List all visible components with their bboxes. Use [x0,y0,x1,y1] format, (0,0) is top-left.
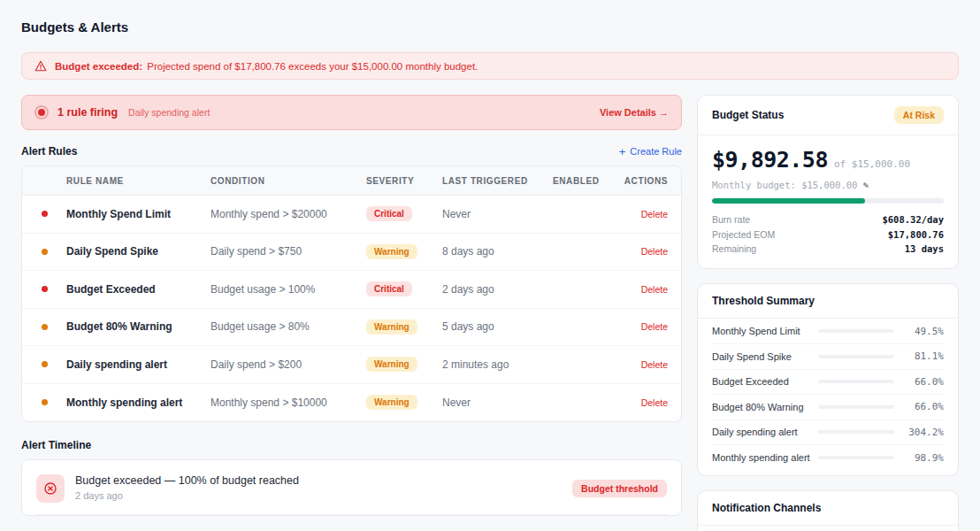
threshold-bar-track [818,355,894,358]
threshold-value: 66.0% [903,376,944,388]
rule-name: Budget 80% Warning [66,320,211,333]
delete-button[interactable]: Delete [641,321,668,332]
last-triggered: 5 days ago [442,320,553,333]
delete-button[interactable]: Delete [641,284,668,295]
threshold-row: Monthly spending alert 98.9% [712,445,944,471]
delete-button[interactable]: Delete [641,359,668,370]
notification-channels-card: Notification Channels [697,490,959,531]
rules-table-header: RULE NAME CONDITION SEVERITY LAST TRIGGE… [22,166,681,196]
warning-triangle-icon [34,60,47,72]
at-risk-badge: At Risk [894,106,944,124]
main-column: 1 rule firing Daily spending alert View … [21,95,682,516]
column-header-condition: CONDITION [211,176,366,186]
table-row: Daily spending alert Daily spend > $200 … [22,346,681,384]
severity-badge: Warning [366,395,417,410]
severity-dot [42,249,48,255]
column-header-actions: ACTIONS [621,176,681,186]
threshold-label: Daily spending alert [712,427,818,437]
threshold-bar-track [818,329,894,333]
stat-label: Remaining [712,242,756,257]
severity-badge: Warning [366,319,417,335]
rule-condition: Budget usage > 100% [211,283,366,296]
budget-exceeded-banner: Budget exceeded: Projected spend of $17,… [21,52,959,80]
table-row: Monthly spending alert Monthly spend > $… [22,384,681,422]
stat-value: $608.32/day [882,212,944,227]
budget-progress-track [712,198,944,204]
threshold-row: Monthly Spend Limit 49.5% [712,319,944,345]
banner-title: Budget exceeded: [55,61,142,72]
threshold-value: 98.9% [903,452,944,464]
threshold-bar-track [818,456,894,459]
budget-stats: Burn rate $608.32/day Projected EOM $17,… [712,212,944,257]
table-row: Daily Spend Spike Daily spend > $750 War… [22,234,681,272]
threshold-label: Budget Exceeded [712,376,818,387]
threshold-bar-track [818,405,894,409]
alert-rules-heading: Alert Rules [21,145,77,158]
rule-condition: Budget usage > 80% [211,320,366,333]
delete-button[interactable]: Delete [641,209,668,219]
budget-total: of $15,000.00 [834,158,910,170]
alert-timeline-card: Budget exceeded — 100% of budget reached… [21,459,682,516]
severity-dot [42,286,48,292]
severity-badge: Warning [366,244,417,259]
stat-value: 13 days [905,242,944,257]
severity-badge: Warning [366,357,417,372]
edit-budget-icon[interactable]: ✎ [862,181,869,190]
stat-value: $17,800.76 [888,227,944,242]
threshold-bar-track [818,430,894,434]
threshold-label: Monthly spending alert [712,452,818,463]
rule-name: Monthly spending alert [66,396,211,409]
stat-label: Burn rate [712,212,750,227]
rule-name: Budget Exceeded [66,283,211,296]
threshold-row: Budget 80% Warning 66.0% [712,395,944,420]
threshold-row: Daily spending alert 304.2% [712,420,944,446]
column-header-enabled: ENABLED [553,176,621,186]
column-header-severity: SEVERITY [366,176,442,186]
threshold-value: 81.1% [903,350,944,362]
timeline-item: Budget exceeded — 100% of budget reached… [36,460,667,515]
table-row: Budget 80% Warning Budget usage > 80% Wa… [22,309,681,347]
delete-button[interactable]: Delete [641,397,668,408]
last-triggered: 2 minutes ago [442,358,553,371]
rule-condition: Daily spend > $200 [211,358,366,371]
budget-stat-row: Projected EOM $17,800.76 [712,227,944,242]
timeline-title: Budget exceeded — 100% of budget reached [75,474,299,487]
threshold-value: 66.0% [903,401,944,412]
threshold-value: 304.2% [903,427,944,438]
delete-button[interactable]: Delete [641,246,668,257]
alert-rules-table: RULE NAME CONDITION SEVERITY LAST TRIGGE… [21,165,682,422]
threshold-label: Budget 80% Warning [712,402,818,412]
threshold-label: Monthly Spend Limit [712,326,818,336]
monthly-budget-label: Monthly budget: $15,000.00 [712,180,857,190]
timeline-badge: Budget threshold [572,480,667,497]
threshold-bar-track [818,380,894,383]
firing-pulse-icon [34,105,49,119]
rule-name: Monthly Spend Limit [66,208,211,220]
budget-stat-row: Remaining 13 days [712,242,944,257]
stat-label: Projected EOM [712,227,775,242]
last-triggered: 8 days ago [442,245,553,258]
page-title: Budgets & Alerts [21,19,959,35]
rules-table-body: Monthly Spend Limit Monthly spend > $200… [22,196,681,421]
view-details-link[interactable]: View Details → [600,107,669,118]
rule-name: Daily spending alert [66,358,211,371]
severity-badge: Critical [366,206,412,221]
create-rule-button[interactable]: + Create Rule [619,146,682,158]
rule-condition: Monthly spend > $20000 [211,208,366,220]
severity-dot [42,399,48,405]
alert-timeline-heading: Alert Timeline [21,439,91,451]
sidebar-column: Budget Status At Risk $9,892.58 of $15,0… [697,95,959,531]
circle-x-icon [36,474,65,503]
rule-condition: Daily spend > $750 [211,245,366,258]
last-triggered: 2 days ago [442,283,553,296]
severity-dot [42,211,48,217]
table-row: Budget Exceeded Budget usage > 100% Crit… [22,271,681,309]
threshold-summary-heading: Threshold Summary [712,295,815,307]
last-triggered: Never [442,396,553,409]
budget-status-card: Budget Status At Risk $9,892.58 of $15,0… [697,95,959,269]
rule-firing-banner: 1 rule firing Daily spending alert View … [21,95,682,130]
column-header-last-triggered: LAST TRIGGERED [442,176,553,186]
firing-subtitle: Daily spending alert [128,107,210,118]
rule-condition: Monthly spend > $10000 [211,396,366,409]
table-row: Monthly Spend Limit Monthly spend > $200… [22,196,681,234]
